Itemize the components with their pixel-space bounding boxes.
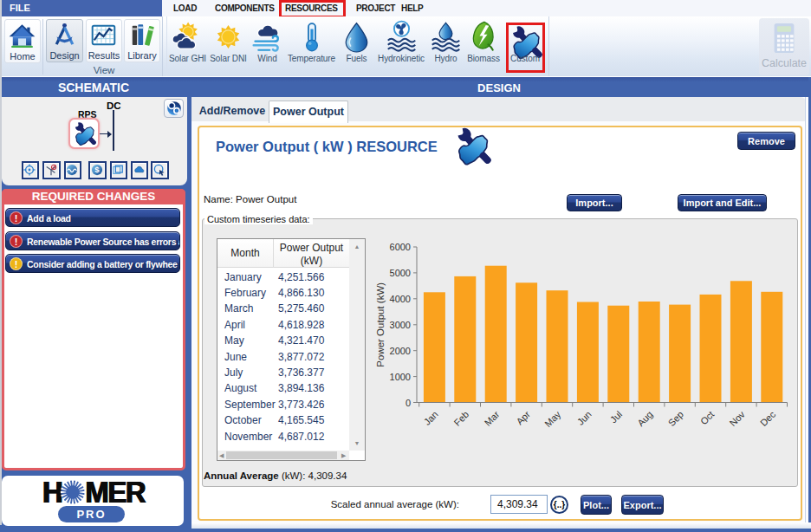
svg-text:6000: 6000 <box>390 242 411 252</box>
svg-text:Sep: Sep <box>666 409 685 428</box>
svg-text:2000: 2000 <box>390 346 411 356</box>
svg-text:Mar: Mar <box>483 409 502 428</box>
svg-text:Aug: Aug <box>635 409 654 428</box>
svg-text:Dec: Dec <box>758 409 778 429</box>
svg-text:Jun: Jun <box>575 409 594 427</box>
svg-text:$: $ <box>94 165 100 174</box>
svg-text:Jul: Jul <box>608 409 624 425</box>
svg-text:Nov: Nov <box>727 409 747 429</box>
svg-text:Apr: Apr <box>514 409 532 427</box>
svg-text:1000: 1000 <box>390 372 411 382</box>
svg-text:Oct: Oct <box>698 409 717 427</box>
svg-text:0: 0 <box>406 398 411 408</box>
svg-text:Power Output (kW): Power Output (kW) <box>376 282 386 367</box>
svg-text:Jan: Jan <box>422 409 440 427</box>
svg-text:3000: 3000 <box>390 320 411 330</box>
svg-text:5000: 5000 <box>390 268 411 278</box>
svg-text:May: May <box>542 409 563 430</box>
svg-text:4000: 4000 <box>390 294 411 304</box>
svg-text:Feb: Feb <box>451 409 470 428</box>
